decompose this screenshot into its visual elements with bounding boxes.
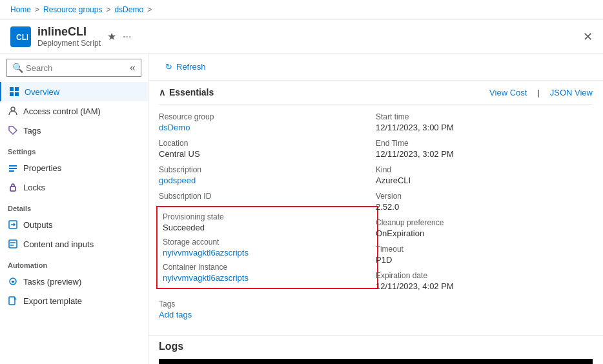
- view-cost-link[interactable]: View Cost: [489, 88, 527, 97]
- field-container-instance: Container instance nyivvmvagktl6azscript…: [163, 263, 372, 283]
- nav-item-overview-label: Overview: [25, 87, 59, 97]
- provisioning-state-value: Succeeded: [163, 223, 372, 232]
- field-timeout: Timeout P1D: [376, 245, 593, 265]
- essentials-grid: Resource group dsDemo Location Central U…: [159, 112, 593, 319]
- expiration-value: 12/11/2023, 4:02 PM: [376, 281, 593, 291]
- breadcrumb-sep2: >: [106, 5, 110, 14]
- nav-item-content-inputs[interactable]: Content and inputs: [0, 234, 148, 254]
- logs-content: Adding certificates not required Registe…: [159, 359, 593, 364]
- breadcrumb-home[interactable]: Home: [10, 5, 31, 14]
- subscription-link[interactable]: godspeed: [159, 176, 196, 185]
- svg-rect-4: [10, 92, 14, 96]
- breadcrumb: Home > Resource groups > dsDemo >: [0, 0, 603, 20]
- end-time-value: 12/11/2023, 3:02 PM: [376, 149, 593, 159]
- field-subscription-id: Subscription ID: [159, 192, 376, 202]
- main-content: ↻ Refresh ∧ Essentials View Cost | JSON …: [148, 54, 603, 364]
- tags-icon: [8, 125, 18, 136]
- outputs-icon: [8, 219, 18, 230]
- nav-item-access-control[interactable]: Access control (IAM): [0, 101, 148, 121]
- resource-group-link[interactable]: dsDemo: [159, 123, 190, 132]
- field-end-time: End Time 12/11/2023, 3:02 PM: [376, 139, 593, 159]
- close-icon[interactable]: ✕: [583, 30, 593, 44]
- storage-account-link[interactable]: nyivvmvagktl6azscripts: [163, 248, 249, 258]
- timeout-value: P1D: [376, 255, 593, 265]
- field-resource-group: Resource group dsDemo: [159, 112, 376, 132]
- nav-section-automation: Automation: [0, 254, 148, 272]
- toolbar: ↻ Refresh: [148, 54, 603, 81]
- add-tags-link[interactable]: Add tags: [159, 310, 192, 319]
- nav-item-overview[interactable]: Overview: [0, 82, 148, 101]
- favorite-icon[interactable]: ★: [107, 30, 116, 43]
- nav-item-locks[interactable]: Locks: [0, 177, 148, 197]
- nav-item-properties[interactable]: Properties: [0, 158, 148, 177]
- section-divider: [148, 335, 603, 336]
- logs-title: Logs: [159, 341, 593, 352]
- more-options-icon[interactable]: ···: [123, 31, 131, 43]
- tasks-icon: [8, 276, 18, 287]
- page-subtitle: Deployment Script: [37, 39, 101, 48]
- nav-item-export-template[interactable]: Export template: [0, 291, 148, 310]
- breadcrumb-ds-demo[interactable]: dsDemo: [114, 5, 143, 14]
- breadcrumb-resource-groups[interactable]: Resource groups: [43, 5, 102, 14]
- search-box[interactable]: 🔍 «: [6, 59, 141, 77]
- field-cleanup-preference: Cleanup preference OnExpiration: [376, 218, 593, 238]
- field-subscription: Subscription godspeed: [159, 165, 376, 185]
- json-view-link[interactable]: JSON View: [550, 88, 593, 97]
- svg-rect-9: [9, 170, 14, 172]
- svg-text:CLI: CLI: [16, 33, 28, 42]
- field-tags: Tags Add tags: [159, 299, 376, 319]
- main-layout: 🔍 « Overview Access control (IAM) Tags: [0, 54, 603, 364]
- svg-rect-7: [9, 165, 17, 167]
- svg-rect-5: [15, 92, 19, 96]
- nav-item-tasks[interactable]: Tasks (preview): [0, 272, 148, 291]
- collapse-icon[interactable]: «: [130, 62, 136, 74]
- content-inputs-icon: [8, 239, 18, 249]
- kind-value: AzureCLI: [376, 176, 593, 185]
- field-provisioning-state: Provisioning state Succeeded: [163, 212, 372, 232]
- cleanup-value: OnExpiration: [376, 228, 593, 238]
- svg-point-6: [11, 107, 15, 111]
- export-icon: [8, 296, 18, 306]
- breadcrumb-sep1: >: [35, 5, 39, 14]
- nav-item-tags[interactable]: Tags: [0, 121, 148, 140]
- nav-item-iam-label: Access control (IAM): [23, 106, 101, 116]
- field-expiration-date: Expiration date 12/11/2023, 4:02 PM: [376, 271, 593, 291]
- field-location: Location Central US: [159, 139, 376, 159]
- header-title-group: inlineCLI Deployment Script: [37, 25, 101, 48]
- essentials-col-right: Start time 12/11/2023, 3:00 PM End Time …: [376, 112, 593, 319]
- nav-item-tags-label: Tags: [23, 126, 41, 136]
- essentials-title: ∧ Essentials: [159, 87, 214, 97]
- field-start-time: Start time 12/11/2023, 3:00 PM: [376, 112, 593, 132]
- svg-rect-8: [9, 168, 17, 169]
- nav-item-content-inputs-label: Content and inputs: [23, 239, 94, 249]
- essentials-col-left: Resource group dsDemo Location Central U…: [159, 112, 376, 319]
- locks-icon: [8, 182, 18, 192]
- nav-item-locks-label: Locks: [23, 183, 45, 192]
- refresh-icon: ↻: [165, 62, 172, 72]
- nav-section-details: Details: [0, 197, 148, 215]
- nav-item-tasks-label: Tasks (preview): [23, 277, 81, 287]
- svg-rect-2: [10, 87, 14, 91]
- svg-rect-14: [9, 297, 15, 305]
- search-input[interactable]: [26, 63, 130, 73]
- app-icon: CLI: [10, 26, 31, 47]
- field-version: Version 2.52.0: [376, 192, 593, 212]
- container-instance-link[interactable]: nyivvmvagktl6azscripts: [163, 273, 249, 283]
- start-time-value: 12/11/2023, 3:00 PM: [376, 123, 593, 132]
- location-value: Central US: [159, 149, 376, 159]
- version-value: 2.52.0: [376, 202, 593, 212]
- field-storage-account: Storage account nyivvmvagktl6azscripts: [163, 238, 372, 258]
- highlighted-provisioning-box: Provisioning state Succeeded Storage acc…: [156, 206, 378, 289]
- essentials-section: ∧ Essentials View Cost | JSON View Resou…: [148, 81, 603, 330]
- refresh-button[interactable]: ↻ Refresh: [159, 59, 212, 75]
- properties-icon: [8, 163, 18, 173]
- nav-item-outputs-label: Outputs: [23, 220, 53, 230]
- nav-item-export-label: Export template: [23, 296, 82, 306]
- svg-rect-3: [15, 87, 19, 91]
- nav-item-outputs[interactable]: Outputs: [0, 215, 148, 234]
- sidebar: 🔍 « Overview Access control (IAM) Tags: [0, 54, 148, 364]
- section-actions: View Cost | JSON View: [489, 88, 593, 97]
- page-header: CLI inlineCLI Deployment Script ★ ··· ✕: [0, 20, 603, 54]
- logs-section: Logs Adding certificates not required Re…: [148, 341, 603, 364]
- page-title: inlineCLI: [37, 25, 101, 39]
